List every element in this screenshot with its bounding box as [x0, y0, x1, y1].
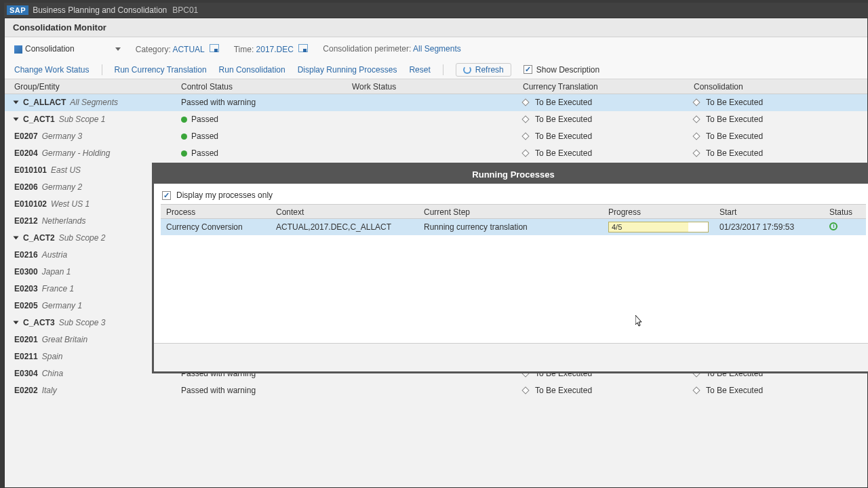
entity-desc: Spain — [42, 352, 63, 361]
process-context: ACTUAL,2017.DEC,C_ALLACT — [271, 222, 418, 232]
my-processes-only-label: Display my processes only — [176, 190, 273, 200]
process-row[interactable]: Currency Conversion ACTUAL,2017.DEC,C_AL… — [161, 219, 866, 235]
header-consolidation[interactable]: Consolidation — [688, 79, 867, 94]
run-currency-translation-button[interactable]: Run Currency Translation — [115, 65, 207, 75]
titlebar: SAP Business Planning and Consolidation … — [4, 3, 868, 18]
header-currency[interactable]: Currency Translation — [517, 79, 688, 94]
expand-icon[interactable] — [14, 101, 19, 104]
perimeter-label: Consolidation perimeter: — [323, 44, 411, 54]
picker-icon[interactable] — [210, 44, 219, 52]
diamond-icon — [692, 386, 700, 394]
entity-code: E0304 — [14, 369, 38, 378]
instance-name: BPC01 — [172, 5, 198, 15]
entity-desc: Italy — [42, 386, 57, 395]
process-status — [824, 222, 866, 232]
entity-code: E0204 — [14, 148, 38, 158]
separator — [102, 64, 102, 75]
time-label: Time: — [234, 45, 254, 54]
time-value[interactable]: 2017.DEC — [256, 45, 294, 54]
currency-status-text: To Be Executed — [535, 148, 592, 158]
entity-code: E0201 — [14, 335, 38, 344]
entity-desc: Great Britain — [42, 335, 87, 344]
process-step: Running currency translation — [418, 222, 603, 232]
expand-icon[interactable] — [14, 237, 19, 240]
show-description-checkbox[interactable] — [524, 65, 532, 74]
currency-status-text: To Be Executed — [535, 386, 592, 395]
header-context[interactable]: Context — [271, 205, 418, 218]
control-status-text: Passed — [191, 115, 218, 124]
cube-icon — [14, 45, 22, 54]
refresh-button[interactable]: Refresh — [456, 63, 511, 77]
expand-icon[interactable] — [14, 321, 19, 325]
header-progress[interactable]: Progress — [603, 205, 714, 218]
entity-code: E010102 — [14, 199, 47, 209]
table-row[interactable]: C_ALLACTAll SegmentsPassed with warningT… — [5, 94, 867, 111]
page-title: Consolidation Monitor — [5, 18, 867, 37]
control-status-text: Passed with warning — [181, 98, 256, 107]
entity-code: E0207 — [14, 131, 38, 141]
category-label: Category: — [136, 45, 171, 54]
entity-code: C_ACT2 — [23, 233, 55, 243]
entity-desc: Germany 1 — [42, 301, 82, 310]
entity-code: E0212 — [14, 216, 38, 226]
change-work-status-button[interactable]: Change Work Status — [14, 65, 90, 75]
currency-status-text: To Be Executed — [535, 131, 592, 141]
entity-desc: Sub Scope 2 — [59, 233, 106, 243]
action-toolbar: Change Work Status Run Currency Translat… — [5, 60, 867, 79]
control-status-text: Passed with warning — [181, 386, 256, 395]
entity-code: E0300 — [14, 267, 38, 277]
header-work[interactable]: Work Status — [347, 79, 517, 94]
entity-desc: East US — [51, 165, 81, 175]
diamond-icon — [521, 149, 529, 157]
header-entity[interactable]: Group/Entity — [5, 79, 176, 94]
entity-code: E0216 — [14, 250, 38, 260]
refresh-label: Refresh — [475, 65, 504, 75]
entity-desc: Sub Scope 1 — [59, 115, 106, 124]
show-description-label: Show Description — [536, 65, 599, 75]
entity-code: C_ACT1 — [23, 115, 55, 124]
category-value[interactable]: ACTUAL — [172, 45, 204, 54]
chevron-down-icon — [115, 47, 121, 51]
progress-text: 4/5 — [612, 223, 622, 231]
table-row[interactable]: E0202ItalyPassed with warningTo Be Execu… — [5, 382, 867, 399]
control-status-text: Passed — [191, 148, 218, 158]
my-processes-only-checkbox[interactable] — [162, 191, 171, 200]
dialog-grid-header: Process Context Current Step Progress St… — [161, 204, 866, 219]
header-process[interactable]: Process — [161, 205, 271, 218]
perimeter-value[interactable]: All Segments — [413, 44, 461, 54]
diamond-icon — [521, 132, 529, 140]
entity-code: E010101 — [14, 165, 47, 175]
entity-desc: Sub Scope 3 — [59, 318, 106, 327]
progress-bar: 4/5 — [608, 222, 709, 232]
diamond-icon — [521, 115, 529, 123]
model-selector[interactable]: Consolidation — [14, 44, 121, 54]
clock-icon — [829, 222, 837, 230]
picker-icon[interactable] — [298, 44, 308, 52]
table-row[interactable]: E0207Germany 3PassedTo Be ExecutedTo Be … — [5, 128, 867, 145]
header-start[interactable]: Start — [714, 205, 824, 218]
table-row[interactable]: E0204Germany - HoldingPassedTo Be Execut… — [5, 145, 867, 162]
header-status[interactable]: Status — [824, 205, 866, 218]
status-dot-icon — [181, 150, 187, 157]
process-name: Currency Conversion — [161, 222, 271, 232]
process-start: 01/23/2017 17:59:53 — [714, 222, 824, 232]
header-current-step[interactable]: Current Step — [418, 205, 603, 218]
sap-logo: SAP — [7, 5, 28, 15]
consolidation-status-text: To Be Executed — [706, 98, 763, 107]
entity-desc: Germany 2 — [42, 182, 82, 192]
entity-desc: China — [42, 369, 63, 378]
entity-desc: France 1 — [42, 284, 74, 293]
reset-button[interactable]: Reset — [409, 65, 430, 75]
expand-icon[interactable] — [14, 118, 19, 121]
currency-status-text: To Be Executed — [535, 115, 592, 124]
dialog-footer — [154, 343, 868, 371]
run-consolidation-button[interactable]: Run Consolidation — [219, 65, 285, 75]
entity-desc: Netherlands — [42, 216, 86, 226]
separator — [443, 64, 443, 75]
entity-code: C_ALLACT — [23, 98, 66, 107]
display-running-processes-button[interactable]: Display Running Processes — [298, 65, 397, 75]
header-control[interactable]: Control Status — [176, 79, 347, 94]
table-row[interactable]: C_ACT1Sub Scope 1PassedTo Be ExecutedTo … — [5, 111, 867, 128]
diamond-icon — [521, 98, 529, 106]
model-value: Consolidation — [25, 44, 75, 54]
